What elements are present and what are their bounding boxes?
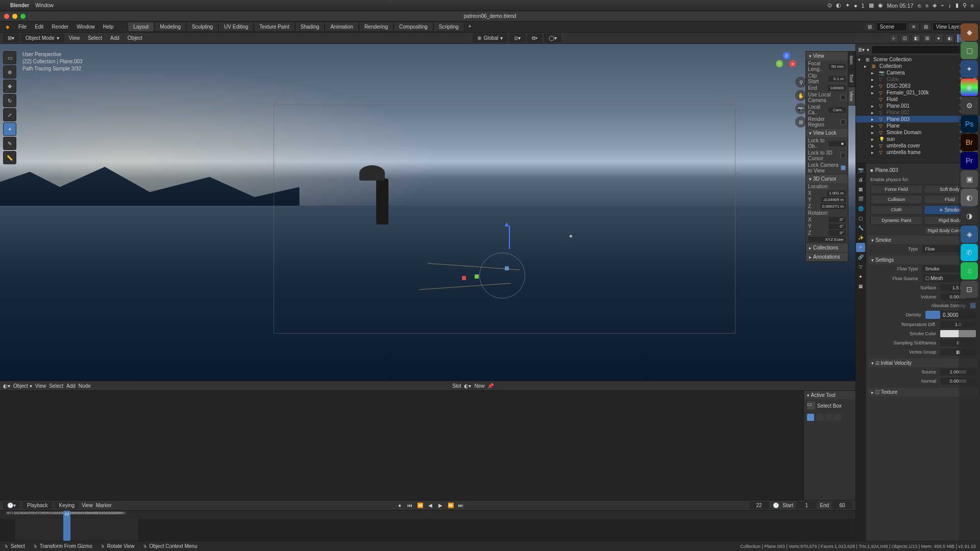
timeline-ruler[interactable]: -505101520253035404550556065707580859095…	[0, 511, 855, 519]
clipend-field[interactable]: 100000	[828, 85, 846, 91]
tab-item[interactable]: Item	[847, 51, 855, 69]
workspace-texturepaint[interactable]: Texture Paint	[254, 22, 295, 32]
dock-app-icon[interactable]: ▣	[961, 170, 978, 188]
npanel-collections-header[interactable]: ▸ Collections	[806, 243, 848, 252]
timeline-marker[interactable]: Marker	[96, 503, 112, 508]
rot-z-field[interactable]: 0°	[828, 230, 846, 236]
menubar-icon[interactable]: ⎋	[918, 3, 921, 9]
active-tool-header[interactable]: ▾ Active Tool	[804, 391, 855, 399]
dock-app-icon[interactable]: ◈	[961, 226, 978, 243]
zoom-icon[interactable]: ⚲	[795, 77, 806, 88]
shading-solid[interactable]: ●	[934, 34, 943, 43]
menu-window[interactable]: Window	[72, 22, 99, 31]
lockobj-field[interactable]: ■	[828, 141, 846, 146]
move-tool[interactable]: ✥	[3, 80, 16, 93]
pan-icon[interactable]: ✋	[795, 90, 806, 101]
shader-select[interactable]: Select	[49, 383, 63, 389]
menu-edit[interactable]: Edit	[31, 22, 47, 31]
transform-tool[interactable]: ✦	[3, 122, 16, 136]
jump-start-button[interactable]: ⏮	[406, 502, 413, 509]
npanel-3dcursor-header[interactable]: ▾ 3D Cursor	[806, 174, 848, 183]
renderregion-checkbox[interactable]	[841, 119, 846, 124]
tab-render[interactable]: 📷	[856, 165, 865, 174]
notification-icon[interactable]: ≡	[971, 3, 974, 9]
gizmo-toggle[interactable]: ⊹	[889, 34, 898, 43]
display-mode-dropdown[interactable]: ▾	[867, 47, 869, 53]
pin-icon[interactable]: 📌	[487, 383, 494, 389]
menu-help[interactable]: Help	[99, 22, 118, 31]
editor-type-dropdown[interactable]: ≣▾	[858, 47, 865, 53]
editor-type-dropdown[interactable]: ⊞▾	[3, 34, 19, 42]
playhead[interactable]: 22	[63, 511, 70, 541]
loc-z-field[interactable]: 0.006271 m	[820, 204, 846, 209]
header-object[interactable]: Object	[125, 34, 145, 42]
collision-button[interactable]: Collision	[870, 195, 923, 204]
volume-icon[interactable]: ♪	[948, 3, 951, 9]
editor-type-dropdown[interactable]: ◐▾	[3, 383, 10, 389]
menubar-icon[interactable]: 1	[862, 3, 865, 9]
viewlayer-icon[interactable]: ⊞	[920, 22, 932, 31]
tab-view[interactable]: View	[847, 87, 855, 106]
mode-dropdown[interactable]: Object Mode ▾	[21, 34, 64, 42]
tab-world[interactable]: 🌐	[856, 204, 865, 213]
keying-menu[interactable]: Keying	[55, 502, 79, 509]
play-button[interactable]: ▶	[437, 502, 444, 509]
tab-physics[interactable]: ⚛	[856, 243, 865, 252]
menubar-icon[interactable]: ●	[854, 3, 857, 9]
loc-y-field[interactable]: -0.04905 m	[821, 197, 846, 203]
lock3dcursor-checkbox[interactable]	[841, 153, 846, 158]
dock-app-icon[interactable]: ◑	[961, 207, 978, 224]
npanel-view-header[interactable]: ▾ View	[806, 52, 848, 60]
menu-render[interactable]: Render	[47, 22, 72, 31]
axis-x[interactable]: X	[789, 60, 796, 67]
dock-app-icon[interactable]: ▢	[961, 42, 978, 59]
tab-data[interactable]: ▽	[856, 262, 865, 271]
npanel-viewlock-header[interactable]: ▾ View Lock	[806, 129, 848, 137]
start-frame-field[interactable]: 1	[796, 502, 817, 509]
tab-material[interactable]: ●	[856, 272, 865, 281]
slot-dropdown[interactable]: Slot	[452, 383, 461, 389]
workspace-shading[interactable]: Shading	[295, 22, 325, 32]
rotation-mode-dropdown[interactable]: XYZ Euler	[808, 237, 846, 242]
annotate-tool[interactable]: ✎	[3, 137, 16, 150]
shader-node[interactable]: Node	[79, 383, 91, 389]
material-browse[interactable]: ◐▾	[464, 383, 471, 389]
menubar-icon[interactable]: ⊙	[827, 2, 832, 9]
menubar-icon[interactable]: ≡	[925, 3, 928, 9]
jump-prev-keyframe-button[interactable]: ⏪	[416, 502, 424, 509]
3d-viewport[interactable]: ⌖ User Perspective (22) Collection | Pla…	[0, 44, 855, 381]
outliner-search[interactable]	[871, 45, 972, 54]
tab-scene[interactable]: 🎬	[856, 194, 865, 204]
shader-node-editor[interactable]	[0, 391, 803, 500]
playback-menu[interactable]: Playback	[23, 502, 52, 509]
editor-type-dropdown[interactable]: 🕐▾	[3, 502, 20, 509]
shading-wireframe[interactable]: ⊞	[923, 34, 932, 43]
dock-app-icon[interactable]: ◆	[961, 23, 978, 41]
proportional-dropdown[interactable]: ◯▾	[544, 34, 561, 42]
minimize-window-button[interactable]	[12, 14, 17, 19]
wifi-icon[interactable]: ◈	[933, 2, 937, 9]
localcam-checkbox[interactable]	[841, 95, 846, 100]
axis-y[interactable]: Y	[776, 60, 783, 67]
shader-type-dropdown[interactable]: Object ▾	[13, 383, 32, 389]
tool-modes[interactable]	[804, 412, 855, 423]
snap-dropdown[interactable]: ⧉▾	[527, 34, 542, 43]
tab-tool[interactable]: Tool	[847, 69, 855, 87]
autokey-toggle[interactable]: ●	[396, 502, 403, 509]
loc-x-field[interactable]: 1.001 m	[827, 190, 846, 196]
workspace-animation[interactable]: Animation	[325, 22, 358, 32]
dock-app-icon[interactable]: ✦	[961, 60, 978, 78]
npanel-annotations-header[interactable]: ▸ Annotations	[806, 253, 848, 261]
timeline-view[interactable]: View	[82, 503, 93, 508]
xray-toggle[interactable]: ◧	[912, 34, 921, 43]
tab-particles[interactable]: ✨	[856, 233, 865, 242]
current-frame-field[interactable]: 22	[749, 502, 769, 509]
scale-tool[interactable]: ⤢	[3, 108, 16, 121]
dock-chrome-icon[interactable]: ◉	[961, 79, 978, 96]
dock-premiere-icon[interactable]: Pr	[961, 152, 978, 169]
dock-app-icon[interactable]: ⊡	[961, 281, 978, 298]
axis-z[interactable]: Z	[783, 52, 790, 59]
menubar-icon[interactable]: ◉	[878, 2, 883, 9]
workspace-uvediting[interactable]: UV Editing	[218, 22, 254, 32]
app-name[interactable]: Blender	[10, 3, 29, 8]
